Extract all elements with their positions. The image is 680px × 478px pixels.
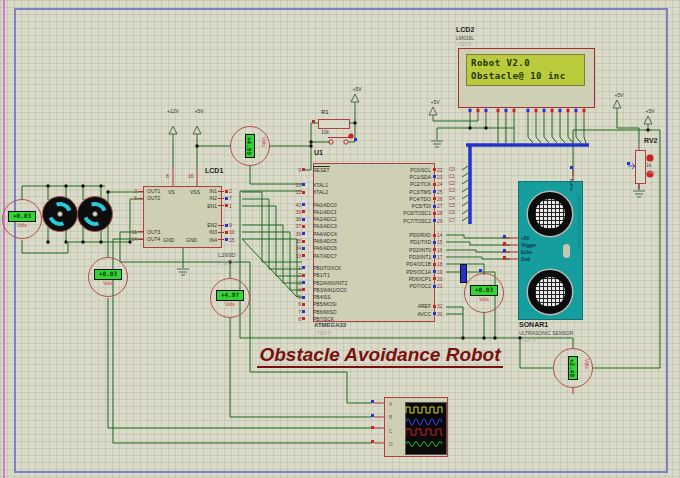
voltmeter-unit: Volts: [584, 359, 589, 369]
lcd2-ref: LCD2: [456, 26, 474, 33]
power-label-5v: +5V: [352, 86, 361, 92]
voltmeter-display: +4.99: [245, 134, 255, 158]
sonar-watermark: www.TheEngineeringProjects.com: [577, 196, 581, 306]
r1-ref: R1: [321, 109, 329, 115]
lcd2-screen: Robot V2.0Obstacle@ 10 inc: [466, 54, 585, 86]
voltmeter-unit: Volts: [225, 302, 235, 307]
u1-note: <TEXT>: [314, 330, 333, 336]
sonar-testpin-label: TestPin: [569, 178, 574, 191]
rv2-note: <TEXT>: [646, 170, 661, 175]
voltmeter-unit: Volts: [103, 281, 113, 286]
driver-note: <TEXT>: [218, 260, 237, 266]
voltmeter-1[interactable]: +0.03 Volts: [2, 199, 42, 239]
lcd2-part: LM016L: [456, 35, 474, 41]
voltmeter-display: +2.48: [568, 356, 578, 380]
transducer-icon: [528, 192, 572, 236]
transducer-icon: [528, 270, 572, 314]
driver-ref: LCD1: [205, 167, 223, 174]
voltmeter-3[interactable]: +4.99 Volts: [230, 126, 270, 166]
driver-vss-label: VSS: [190, 189, 200, 195]
lcd2-note: <TEXT>: [456, 42, 473, 47]
rv2-ref: RV2: [644, 137, 658, 144]
bus-wire-labels: C0C1C2C3C4C5C6C7: [449, 167, 455, 225]
power-label-5v: +5V: [645, 108, 654, 114]
u1-ref: U1: [314, 149, 323, 156]
voltmeter-display: +0.03: [94, 269, 122, 280]
ultrasonic-sensor[interactable]: +5VTriggerEchoGnd www.TheEngineeringProj…: [518, 181, 583, 320]
voltmeter-unit: Volts: [479, 297, 489, 302]
workspace-edge: [3, 0, 5, 478]
voltmeter-6[interactable]: +2.48 Volts: [553, 348, 593, 388]
scope-channel-labels: ABCD: [389, 401, 393, 454]
voltmeter-display: +0.03: [8, 211, 36, 222]
voltmeter-display: +0.03: [470, 285, 498, 296]
lcd2-pin-names: [466, 86, 588, 103]
r1-value: 10k: [321, 129, 329, 135]
voltmeter-display: +4.97: [216, 290, 244, 301]
power-label-5v: +5V: [430, 99, 439, 105]
driver-gnd-label: GND: [186, 237, 197, 243]
voltmeter-2[interactable]: +0.03 Volts: [88, 257, 128, 297]
sonar-pin-labels: +5VTriggerEchoGnd: [521, 235, 536, 263]
dc-motor-left[interactable]: [42, 196, 78, 232]
power-label-5v: +5V: [194, 108, 203, 114]
oscilloscope[interactable]: ABCD: [384, 397, 448, 457]
voltmeter-unit: Volts: [261, 137, 266, 147]
schematic-canvas[interactable]: +0.03 Volts +0.03 Volts +4.99 Volts +4.9…: [0, 0, 680, 478]
power-label-12v: +12V: [167, 108, 179, 114]
rv2-value: 1k: [646, 162, 651, 168]
voltmeter-4[interactable]: +4.97 Volts: [210, 278, 250, 318]
power-label-5v: +5V: [614, 92, 623, 98]
driver-part: L293D: [218, 252, 236, 258]
sonar-note: <TEXT>: [519, 338, 536, 343]
driver-gnd-label: GND: [163, 237, 174, 243]
driver-pin16-num: 16: [188, 173, 194, 179]
schematic-title: Obstacle Avoidance Robot: [240, 344, 520, 366]
pot-rv2[interactable]: [635, 150, 646, 184]
bus-entry-segment: [460, 264, 467, 283]
driver-right-pins: IN12IN27EN11EN29IN310IN415: [145, 188, 243, 244]
driver-vs-label: VS: [168, 189, 175, 195]
motor-hub-icon: [57, 211, 63, 217]
scope-screen: [405, 402, 447, 455]
resistor-r1[interactable]: [318, 119, 350, 129]
driver-pin8-num: 8: [166, 173, 169, 179]
dc-motor-right[interactable]: [77, 196, 113, 232]
sonar-ref: SONAR1: [519, 321, 548, 328]
sonar-part: ULTRASONIC SENSOR: [519, 330, 573, 336]
crystal-icon: [563, 244, 570, 258]
voltmeter-unit: Volts: [17, 223, 27, 228]
u1-left-pins: 9RESET13XTAL112XTAL240PA0/ADC039PA1/ADC1…: [291, 166, 347, 323]
motor-hub-icon: [92, 211, 98, 217]
u1-part: ATMEGA32: [314, 322, 346, 328]
